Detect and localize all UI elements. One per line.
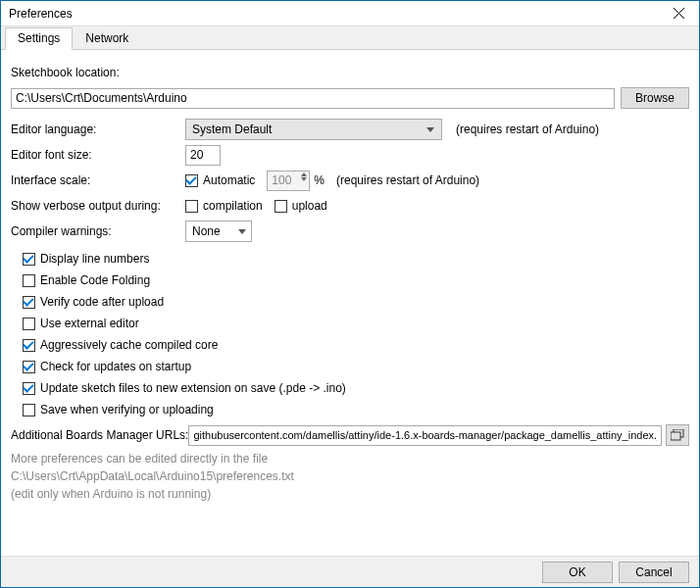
verify-upload-checkbox[interactable] [23, 296, 35, 309]
spinner-arrows-icon [301, 172, 307, 181]
tab-settings[interactable]: Settings [5, 27, 73, 50]
sketchbook-label: Sketchbook location: [11, 66, 120, 79]
tab-network[interactable]: Network [73, 27, 141, 50]
boards-url-expand-button[interactable] [666, 424, 689, 446]
editor-language-label: Editor language: [11, 122, 185, 136]
svg-rect-1 [671, 432, 680, 440]
close-button[interactable] [658, 1, 699, 25]
check-updates-checkbox[interactable] [23, 361, 35, 373]
upload-checkbox[interactable] [275, 200, 287, 213]
font-size-input[interactable] [185, 145, 221, 166]
cache-core-checkbox[interactable] [23, 339, 35, 352]
editor-language-select[interactable]: System Default [185, 119, 442, 140]
interface-scale-label: Interface scale: [11, 173, 185, 187]
boards-url-label: Additional Boards Manager URLs: [11, 428, 188, 442]
window-title: Preferences [9, 7, 73, 21]
code-folding-label: Enable Code Folding [40, 273, 150, 287]
update-ext-label: Update sketch files to new extension on … [40, 381, 346, 395]
more-prefs-line1: More preferences can be edited directly … [11, 452, 689, 466]
compilation-checkbox[interactable] [185, 200, 198, 213]
save-verify-checkbox[interactable] [23, 404, 35, 416]
line-numbers-checkbox[interactable] [23, 253, 35, 266]
font-size-label: Editor font size: [11, 148, 185, 162]
window-icon [671, 429, 684, 441]
external-editor-label: Use external editor [40, 317, 139, 330]
browse-button[interactable]: Browse [621, 87, 689, 109]
settings-panel: Sketchbook location: Browse Editor langu… [1, 50, 699, 501]
automatic-label: Automatic [203, 173, 255, 187]
percent-label: % [314, 173, 325, 187]
ok-button[interactable]: OK [542, 562, 613, 583]
compilation-label: compilation [203, 199, 263, 213]
compiler-warnings-select[interactable]: None [185, 220, 252, 242]
compiler-warnings-value: None [192, 224, 221, 238]
scale-spinner[interactable]: 100 [267, 171, 310, 191]
compiler-warnings-label: Compiler warnings: [11, 224, 185, 238]
titlebar: Preferences [1, 1, 699, 26]
scale-value: 100 [272, 173, 291, 187]
external-editor-checkbox[interactable] [23, 318, 35, 330]
update-ext-checkbox[interactable] [23, 382, 35, 395]
automatic-checkbox[interactable] [185, 174, 198, 187]
verify-upload-label: Verify code after upload [40, 295, 164, 309]
tabs: Settings Network [1, 26, 699, 50]
boards-url-input[interactable] [188, 425, 662, 446]
cache-core-label: Aggressively cache compiled core [40, 338, 218, 352]
sketchbook-location-input[interactable] [11, 88, 615, 109]
editor-language-value: System Default [192, 122, 272, 136]
cancel-button[interactable]: Cancel [619, 562, 689, 583]
scale-hint: (requires restart of Arduino) [336, 173, 479, 187]
language-hint: (requires restart of Arduino) [456, 122, 599, 136]
check-updates-label: Check for updates on startup [40, 360, 191, 373]
save-verify-label: Save when verifying or uploading [40, 403, 214, 416]
more-prefs-line3: (edit only when Arduino is not running) [11, 487, 689, 501]
upload-label: upload [292, 199, 327, 213]
line-numbers-label: Display line numbers [40, 252, 149, 266]
code-folding-checkbox[interactable] [23, 274, 35, 287]
verbose-label: Show verbose output during: [11, 199, 185, 213]
more-prefs-path: C:\Users\Crt\AppData\Local\Arduino15\pre… [11, 469, 689, 483]
dialog-footer: OK Cancel [1, 556, 699, 587]
